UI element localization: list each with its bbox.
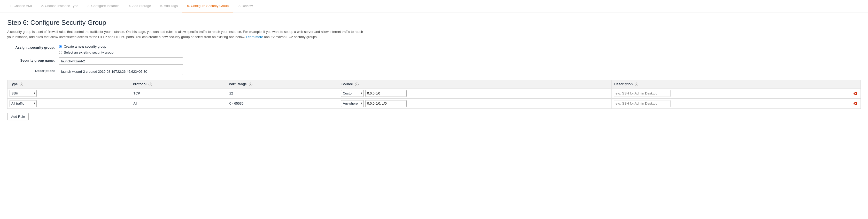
wizard-step-configure-security-group[interactable]: 6. Configure Security Group <box>182 0 233 12</box>
row2-type-cell: SSH HTTP HTTPS Custom TCP All traffic <box>7 99 130 108</box>
row1-source-type-wrapper: Custom Anywhere My IP <box>341 90 364 97</box>
row1-source-cell: Custom Anywhere My IP <box>339 88 612 99</box>
row2-port-range-cell: 0 - 65535 <box>226 99 339 108</box>
col-description: Description i <box>612 80 850 88</box>
row1-port-range-cell: 22 <box>226 88 339 99</box>
table-row: SSH HTTP HTTPS Custom TCP All traffic Al… <box>7 99 861 108</box>
row1-delete-cell <box>850 88 861 99</box>
learn-more-link[interactable]: Learn more <box>246 35 263 39</box>
wizard-step-choose-instance-type[interactable]: 2. Choose Instance Type <box>36 0 83 12</box>
radio-create-new[interactable]: Create a new security group <box>59 45 114 48</box>
row2-source-ip-input[interactable] <box>365 100 407 107</box>
wizard-step-add-tags[interactable]: 5. Add Tags <box>156 0 182 12</box>
col-actions <box>850 80 861 88</box>
wizard-step-add-storage[interactable]: 4. Add Storage <box>124 0 156 12</box>
row1-source-ip-input[interactable] <box>365 90 407 97</box>
sg-description-input[interactable] <box>59 68 183 75</box>
row2-protocol: All <box>132 102 138 105</box>
radio-group: Create a new security group Select an ex… <box>59 45 114 54</box>
row1-protocol: TCP <box>132 91 141 95</box>
row1-delete-button[interactable] <box>852 90 859 97</box>
type-info-icon[interactable]: i <box>20 83 23 86</box>
row1-description-cell <box>612 88 850 99</box>
assign-radio-row: Assign a security group: Create a new se… <box>7 45 861 54</box>
page-title: Step 6: Configure Security Group <box>7 19 861 27</box>
col-type: Type i <box>7 80 130 88</box>
row2-source-type-wrapper: Custom Anywhere My IP <box>341 100 364 107</box>
assign-security-group-section: Assign a security group: Create a new se… <box>7 45 861 75</box>
delete-icon <box>853 91 858 95</box>
row1-source-type-select[interactable]: Custom Anywhere My IP <box>341 90 364 97</box>
radio-create-new-input[interactable] <box>59 45 62 48</box>
col-source: Source i <box>339 80 612 88</box>
row2-source-cell: Custom Anywhere My IP <box>339 99 612 108</box>
row2-delete-cell <box>850 99 861 108</box>
row2-protocol-cell: All <box>130 99 226 108</box>
col-port-range: Port Range i <box>226 80 339 88</box>
row2-description-cell <box>612 99 850 108</box>
main-content: Step 6: Configure Security Group A secur… <box>0 12 868 127</box>
row2-description-input[interactable] <box>614 100 671 107</box>
col-protocol: Protocol i <box>130 80 226 88</box>
description-info-icon[interactable]: i <box>635 83 638 86</box>
assign-label: Assign a security group: <box>7 45 59 50</box>
wizard-step-configure-instance[interactable]: 3. Configure Instance <box>83 0 124 12</box>
row2-port-range: 0 - 65535 <box>228 102 245 105</box>
delete-icon <box>853 102 858 106</box>
row1-description-input[interactable] <box>614 90 671 97</box>
row1-type-select[interactable]: SSH HTTP HTTPS Custom TCP All traffic <box>9 90 37 97</box>
row2-delete-button[interactable] <box>852 101 859 107</box>
port-range-info-icon[interactable]: i <box>249 83 252 86</box>
wizard-step-review[interactable]: 7. Review <box>233 0 257 12</box>
row1-port-range: 22 <box>228 91 234 95</box>
row1-type-select-wrapper: SSH HTTP HTTPS Custom TCP All traffic <box>9 90 37 97</box>
row1-protocol-cell: TCP <box>130 88 226 99</box>
row2-type-select[interactable]: SSH HTTP HTTPS Custom TCP All traffic <box>9 100 37 107</box>
radio-select-existing-input[interactable] <box>59 51 62 54</box>
sg-name-input[interactable] <box>59 57 183 65</box>
sg-name-label: Security group name: <box>7 57 59 62</box>
row1-type-cell: SSH HTTP HTTPS Custom TCP All traffic <box>7 88 130 99</box>
table-header-row: Type i Protocol i Port Range i Source i … <box>7 80 861 88</box>
add-rule-button[interactable]: Add Rule <box>7 113 29 120</box>
wizard-step-choose-ami[interactable]: 1. Choose AMI <box>5 0 36 12</box>
sg-description-label: Description: <box>7 68 59 73</box>
source-info-icon[interactable]: i <box>355 83 359 86</box>
page-description: A security group is a set of firewall ru… <box>7 29 369 39</box>
row2-type-select-wrapper: SSH HTTP HTTPS Custom TCP All traffic <box>9 100 37 107</box>
sg-description-row: Description: <box>7 68 861 75</box>
wizard-nav: 1. Choose AMI 2. Choose Instance Type 3.… <box>0 0 868 12</box>
sg-name-row: Security group name: <box>7 57 861 65</box>
radio-select-existing[interactable]: Select an existing security group <box>59 51 114 54</box>
row2-source-type-select[interactable]: Custom Anywhere My IP <box>341 100 364 107</box>
rules-table: Type i Protocol i Port Range i Source i … <box>7 80 861 109</box>
protocol-info-icon[interactable]: i <box>149 83 152 86</box>
table-row: SSH HTTP HTTPS Custom TCP All traffic TC… <box>7 88 861 99</box>
